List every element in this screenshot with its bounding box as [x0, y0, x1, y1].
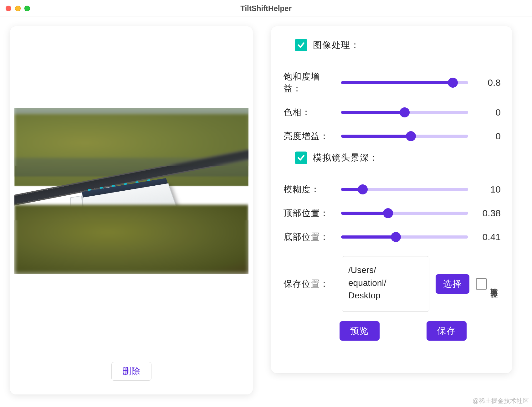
save-button[interactable]: 保存 — [427, 321, 467, 341]
section-depth-of-field: 模拟镜头景深： — [295, 152, 501, 164]
image-processing-label: 图像处理： — [313, 39, 360, 51]
top-pos-label: 顶部位置： — [284, 207, 335, 219]
action-row: 预览 保存 — [305, 321, 501, 341]
controls-card: 图像处理： 饱和度增益： 0.8 色相： — [271, 26, 512, 373]
save-path-field[interactable]: /Users/ equationl/ Desktop — [342, 256, 429, 312]
preview-card: 删除 — [10, 26, 253, 394]
saturation-row: 饱和度增益： 0.8 — [284, 71, 501, 95]
check-icon — [297, 154, 305, 162]
app-window: TiltShiftHelper — [0, 0, 532, 407]
blur-slider[interactable] — [341, 184, 468, 194]
saturation-label: 饱和度增益： — [284, 71, 335, 95]
window-controls — [6, 6, 30, 11]
section-image-processing: 图像处理： — [295, 39, 501, 51]
brightness-row: 亮度增益： 0 — [284, 130, 501, 142]
hue-label: 色相： — [284, 106, 335, 118]
minimize-icon[interactable] — [15, 6, 21, 11]
preview-image — [14, 108, 248, 274]
bottom-pos-value: 0.41 — [474, 232, 501, 242]
delete-button[interactable]: 删除 — [111, 362, 151, 381]
preview-button[interactable]: 预览 — [340, 321, 380, 341]
output-original-wrap: 输出至原位置 — [476, 278, 498, 290]
bottom-pos-slider[interactable] — [341, 232, 468, 242]
content-area: 删除 图像处理： 饱和度增益： 0.8 — [0, 17, 532, 407]
top-pos-row: 顶部位置： 0.38 — [284, 207, 501, 219]
check-icon — [297, 41, 305, 49]
dof-checkbox[interactable] — [295, 152, 307, 164]
blur-value: 10 — [474, 184, 501, 195]
dof-label: 模拟镜头景深： — [313, 152, 379, 164]
top-pos-slider[interactable] — [341, 208, 468, 218]
brightness-value: 0 — [474, 131, 501, 142]
save-location-row: 保存位置： /Users/ equationl/ Desktop 选择 输出至原… — [284, 256, 501, 312]
output-original-checkbox[interactable] — [476, 278, 487, 290]
window-title: TiltShiftHelper — [0, 4, 532, 13]
saturation-slider[interactable] — [341, 78, 468, 88]
brightness-label: 亮度增益： — [284, 130, 335, 142]
bottom-pos-label: 底部位置： — [284, 231, 335, 243]
top-pos-value: 0.38 — [474, 208, 501, 219]
output-original-label: 输出至原位置 — [490, 282, 498, 286]
blur-label: 模糊度： — [284, 183, 335, 195]
zoom-icon[interactable] — [24, 6, 30, 11]
titlebar: TiltShiftHelper — [0, 0, 532, 17]
hue-value: 0 — [474, 107, 501, 118]
saturation-value: 0.8 — [474, 77, 501, 88]
close-icon[interactable] — [6, 6, 11, 11]
bottom-pos-row: 底部位置： 0.41 — [284, 231, 501, 243]
hue-slider[interactable] — [341, 107, 468, 117]
save-location-label: 保存位置： — [284, 278, 335, 290]
image-processing-checkbox[interactable] — [295, 39, 307, 51]
watermark: @稀土掘金技术社区 — [473, 397, 529, 405]
choose-button[interactable]: 选择 — [436, 274, 469, 294]
brightness-slider[interactable] — [341, 131, 468, 141]
blur-row: 模糊度： 10 — [284, 183, 501, 195]
hue-row: 色相： 0 — [284, 106, 501, 118]
